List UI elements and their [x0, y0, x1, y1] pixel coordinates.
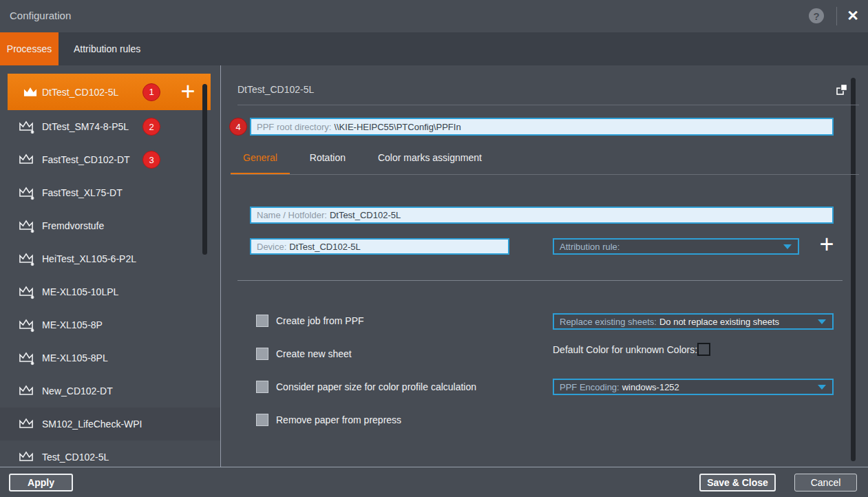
main-panel-scrollbar[interactable]: [851, 78, 856, 461]
process-badge: 3: [142, 151, 160, 169]
tab-processes[interactable]: Processes: [0, 32, 59, 65]
process-name: HeiTest_XL105-6-P2L: [42, 253, 136, 264]
process-chart-icon: [22, 85, 39, 100]
process-list-item[interactable]: FastTest_CD102-DT 3: [0, 143, 220, 176]
selected-process-title: DtTest_CD102-5L: [237, 84, 314, 95]
process-detail-panel: DtTest_CD102-5L 4 PPF root directory: \\…: [221, 65, 868, 467]
default-color-label: Default Color for unknown Colors:: [553, 344, 697, 355]
title-bar: Configuration ? ✕: [0, 0, 868, 32]
process-name: SM102_LifeCheck-WPI: [42, 419, 142, 430]
process-name: FastTest_CD102-DT: [42, 154, 130, 165]
checkbox-label: Remove paper from prepress: [276, 414, 401, 425]
star-icon: [31, 362, 34, 365]
titlebar-divider: [836, 7, 837, 25]
ppf-root-directory-field[interactable]: PPF root directory: \\KIE-HEIPC55\PTConf…: [250, 118, 834, 136]
section-divider: [237, 280, 843, 281]
process-chart-icon: [18, 350, 34, 366]
subtab-divider: [231, 174, 859, 175]
process-list-item[interactable]: ME-XL105-8PL: [0, 341, 220, 374]
process-chart-icon: [18, 251, 34, 266]
replace-existing-sheets-dropdown[interactable]: Replace existing sheets: Do not replace …: [553, 313, 834, 330]
process-chart-icon: [18, 185, 34, 200]
process-sidebar: DtTest_CD102-5L 1 + DtTest_SM74-8-P5L: [0, 65, 221, 467]
subtab-color-marks-assignment[interactable]: Color marks assignment: [366, 142, 494, 175]
detach-window-icon[interactable]: [836, 83, 848, 96]
ppf-encoding-dropdown[interactable]: PPF Encoding: windows-1252: [553, 379, 834, 395]
process-name: New_CD102-DT: [42, 385, 113, 396]
star-icon: [31, 296, 34, 299]
process-list-item[interactable]: Test_CD102-5L: [0, 441, 220, 467]
process-list-item[interactable]: Fremdvorstufe: [0, 209, 220, 242]
field-label: PPF Encoding:: [560, 382, 620, 392]
checkbox-create-job-from-ppf[interactable]: [256, 315, 268, 327]
footer-bar: Apply Save & Close Cancel: [0, 467, 868, 497]
add-attribution-rule-icon[interactable]: +: [814, 233, 839, 257]
sidebar-scrollbar[interactable]: [202, 84, 207, 255]
process-list-item[interactable]: ME-XL105-8P: [0, 308, 220, 341]
help-icon[interactable]: ?: [809, 8, 824, 23]
ppf-step-badge: 4: [229, 118, 247, 136]
subtab-rotation[interactable]: Rotation: [297, 142, 358, 175]
field-label: Attribution rule:: [560, 242, 620, 252]
chevron-down-icon: [818, 319, 826, 324]
field-value: DtTest_CD102-5L: [289, 242, 360, 252]
process-name: Fremdvorstufe: [42, 220, 104, 231]
star-icon: [31, 329, 34, 332]
configuration-dialog: Configuration ? ✕ Processes Attribution …: [0, 0, 868, 497]
attribution-rule-dropdown[interactable]: Attribution rule:: [553, 238, 799, 255]
checkbox-label: Create new sheet: [276, 348, 352, 359]
save-and-close-button[interactable]: Save & Close: [699, 474, 776, 491]
process-name: DtTest_CD102-5L: [42, 87, 118, 98]
process-name: ME-XL105-10LPL: [42, 286, 118, 297]
star-icon: [31, 263, 34, 266]
star-icon: [31, 131, 34, 134]
field-value: windows-1252: [622, 382, 679, 392]
process-name: DtTest_SM74-8-P5L: [42, 121, 129, 132]
name-hotfolder-field[interactable]: Name / Hotfolder: DtTest_CD102-5L: [250, 207, 834, 224]
process-chart-icon: [18, 450, 34, 465]
field-label: Replace existing sheets:: [560, 317, 657, 327]
process-list-item[interactable]: SM102_LifeCheck-WPI: [0, 408, 220, 441]
checkbox-label: Create job from PPF: [276, 315, 364, 326]
chevron-down-icon: [818, 385, 826, 390]
process-list-item[interactable]: DtTest_CD102-5L 1 +: [8, 74, 211, 110]
process-chart-icon: [18, 383, 34, 399]
process-chart-icon: [18, 284, 34, 299]
checkbox-consider-paper-size[interactable]: [256, 381, 268, 393]
header-divider: [237, 105, 859, 105]
device-field[interactable]: Device: DtTest_CD102-5L: [250, 238, 509, 255]
field-label: Name / Hotfolder:: [257, 210, 327, 220]
field-value: \\KIE-HEIPC55\PTConfig\PPFIn: [334, 122, 461, 132]
field-value: DtTest_CD102-5L: [330, 210, 401, 220]
subtab-general[interactable]: General: [231, 142, 290, 175]
process-list-item[interactable]: New_CD102-DT: [0, 374, 220, 408]
close-icon[interactable]: ✕: [844, 6, 862, 25]
process-chart-icon: [18, 218, 34, 233]
checkbox-create-new-sheet[interactable]: [256, 348, 268, 360]
process-chart-icon: [18, 416, 34, 432]
process-chart-icon: [18, 119, 34, 134]
apply-button[interactable]: Apply: [9, 474, 73, 491]
checkbox-label: Consider paper size for color profile ca…: [276, 381, 476, 392]
field-label: Device:: [257, 242, 286, 252]
process-list-item[interactable]: ME-XL105-10LPL: [0, 275, 220, 308]
main-tab-strip: Processes Attribution rules: [0, 32, 868, 65]
process-list-item[interactable]: HeiTest_XL105-6-P2L: [0, 242, 220, 275]
star-icon: [31, 197, 34, 200]
process-list-item[interactable]: FastTest_XL75-DT: [0, 176, 220, 209]
tab-attribution-rules[interactable]: Attribution rules: [59, 32, 156, 65]
process-name: ME-XL105-8P: [42, 319, 103, 330]
field-label: PPF root directory:: [257, 122, 331, 132]
checkbox-remove-paper-from-prepress[interactable]: [256, 414, 268, 426]
process-badge: 2: [142, 118, 160, 136]
process-name: FastTest_XL75-DT: [42, 187, 123, 198]
process-list-item[interactable]: DtTest_SM74-8-P5L 2: [0, 110, 220, 143]
chevron-down-icon: [783, 244, 792, 249]
add-process-icon[interactable]: +: [175, 79, 201, 105]
cancel-button[interactable]: Cancel: [794, 474, 857, 491]
field-value: Do not replace existing sheets: [659, 317, 779, 327]
default-color-swatch[interactable]: [697, 343, 710, 356]
process-chart-icon: [18, 317, 34, 332]
star-icon: [31, 230, 34, 233]
process-name: Test_CD102-5L: [42, 452, 109, 463]
